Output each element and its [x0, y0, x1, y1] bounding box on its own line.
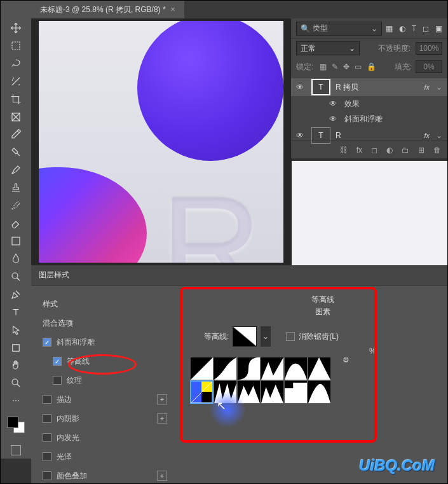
effects-row[interactable]: 👁 效果 [291, 96, 447, 111]
fx-badge[interactable]: fx [424, 83, 430, 91]
contour-preset[interactable] [261, 357, 284, 380]
hand-tool[interactable] [6, 357, 26, 374]
contour-preset[interactable] [214, 380, 237, 404]
fx-badge[interactable]: fx [424, 132, 430, 139]
contour-preset[interactable] [237, 357, 261, 380]
checkbox-on-icon[interactable]: ✓ [53, 357, 62, 366]
filter-adjust-icon[interactable]: ◐ [399, 24, 405, 33]
layer-filter-select[interactable]: 🔍 类型 ⌄ [296, 22, 382, 36]
contour-preset[interactable] [190, 357, 214, 380]
rectangle-tool[interactable] [6, 340, 26, 356]
visibility-icon[interactable]: 👁 [296, 131, 306, 140]
checkbox-icon[interactable] [43, 414, 51, 423]
inner-shadow-item[interactable]: 内阴影+ [31, 409, 179, 428]
close-tab-icon[interactable]: × [171, 5, 175, 14]
pen-tool[interactable] [6, 286, 26, 303]
lock-brush-icon[interactable]: ✎ [332, 62, 338, 71]
move-tool[interactable] [6, 20, 26, 36]
search-icon: 🔍 [301, 24, 310, 33]
add-icon[interactable]: + [157, 413, 167, 424]
checkbox-icon[interactable] [43, 395, 51, 404]
document-tab[interactable]: 未标题-3 @ 25.8% (R 拷贝, RGB/8) * × [31, 1, 184, 18]
contour-preset[interactable] [214, 357, 237, 380]
contour-preview[interactable] [233, 326, 257, 347]
bevel-item[interactable]: ✓斜面和浮雕 [31, 333, 179, 352]
contour-preset[interactable] [308, 357, 331, 380]
contour-item[interactable]: ✓等高线 [31, 352, 179, 371]
marquee-tool[interactable] [6, 38, 26, 54]
opacity-value[interactable]: 100% [416, 42, 442, 55]
stamp-tool[interactable] [6, 179, 26, 196]
add-icon[interactable]: + [157, 394, 167, 404]
crop-tool[interactable] [6, 91, 26, 107]
visibility-icon[interactable]: 👁 [329, 99, 339, 108]
contour-preset[interactable] [237, 380, 261, 404]
bevel-effect-row[interactable]: 👁 斜面和浮雕 [291, 111, 447, 127]
link-layers-icon[interactable]: ⛓ [340, 146, 348, 155]
styles-heading[interactable]: 样式 [31, 294, 179, 314]
antialias-checkbox[interactable] [286, 332, 295, 341]
satin-item[interactable]: 光泽 [31, 447, 179, 466]
checkbox-icon[interactable] [53, 376, 62, 385]
visibility-icon[interactable]: 👁 [329, 114, 339, 123]
checkbox-icon[interactable] [43, 471, 51, 480]
filter-shape-icon[interactable]: ◻ [423, 24, 429, 33]
adjustment-layer-icon[interactable]: ◐ [386, 146, 393, 155]
lock-artboard-icon[interactable]: ▭ [355, 62, 362, 71]
lasso-tool[interactable] [6, 55, 26, 72]
blend-mode-select[interactable]: 正常 ⌄ [296, 41, 360, 55]
stroke-item[interactable]: 描边+ [31, 390, 179, 409]
history-brush-tool[interactable] [6, 197, 26, 214]
tools-toolbar: ⋯ [1, 1, 31, 459]
inner-glow-item[interactable]: 内发光 [31, 428, 179, 447]
checkbox-icon[interactable] [43, 452, 51, 461]
layer-mask-icon[interactable]: ◻ [371, 146, 377, 155]
lock-pixels-icon[interactable]: ▦ [320, 62, 327, 71]
filter-image-icon[interactable]: ▦ [386, 24, 393, 33]
color-overlay-item[interactable]: 颜色叠加+ [31, 466, 179, 484]
contour-preset-selected[interactable] [190, 380, 214, 404]
filter-smart-icon[interactable]: ▣ [435, 24, 442, 33]
texture-item[interactable]: 纹理 [31, 371, 179, 390]
add-icon[interactable]: + [157, 471, 167, 481]
contour-preset[interactable] [284, 380, 308, 404]
wand-tool[interactable] [6, 73, 26, 90]
layer-row[interactable]: 👁 T R 拷贝 fx ⌄ [291, 78, 447, 96]
eyedropper-tool[interactable] [6, 127, 26, 143]
quickmask-toggle[interactable] [6, 442, 26, 459]
blend-options-item[interactable]: 混合选项 [31, 314, 179, 333]
new-layer-icon[interactable]: ⊞ [418, 146, 424, 155]
layer-thumb[interactable]: T [311, 79, 330, 95]
checkbox-icon[interactable] [43, 433, 51, 442]
zoom-tool[interactable] [6, 375, 26, 391]
contour-dropdown[interactable]: ⌄ [261, 326, 271, 347]
gradient-tool[interactable] [6, 233, 26, 249]
gear-icon[interactable]: ⚙ [343, 356, 350, 364]
path-select-tool[interactable] [6, 322, 26, 338]
dodge-tool[interactable] [6, 268, 26, 285]
lock-position-icon[interactable]: ✥ [343, 62, 350, 71]
contour-preset[interactable] [308, 380, 331, 404]
chevron-down-icon[interactable]: ⌄ [436, 131, 442, 140]
lock-all-icon[interactable]: 🔒 [367, 62, 376, 71]
brush-tool[interactable] [6, 162, 26, 178]
chevron-down-icon[interactable]: ⌄ [436, 83, 442, 92]
heal-tool[interactable] [6, 144, 26, 160]
type-tool[interactable] [6, 304, 26, 321]
edit-toolbar[interactable]: ⋯ [6, 392, 26, 409]
fill-value[interactable]: 0% [416, 60, 442, 73]
checkbox-on-icon[interactable]: ✓ [43, 338, 51, 347]
contour-preset[interactable] [284, 357, 308, 380]
visibility-icon[interactable]: 👁 [296, 83, 306, 92]
group-icon[interactable]: 🗀 [402, 146, 409, 155]
blur-tool[interactable] [6, 251, 26, 267]
color-swatches[interactable] [6, 415, 26, 434]
frame-tool[interactable] [6, 109, 26, 125]
layer-fx-icon[interactable]: fx [356, 146, 362, 155]
svg-rect-0 [12, 42, 20, 50]
delete-layer-icon[interactable]: 🗑 [433, 146, 441, 155]
canvas-image[interactable]: R [39, 21, 283, 263]
filter-type-icon[interactable]: T [412, 24, 416, 33]
contour-preset[interactable] [261, 380, 284, 404]
eraser-tool[interactable] [6, 215, 26, 232]
